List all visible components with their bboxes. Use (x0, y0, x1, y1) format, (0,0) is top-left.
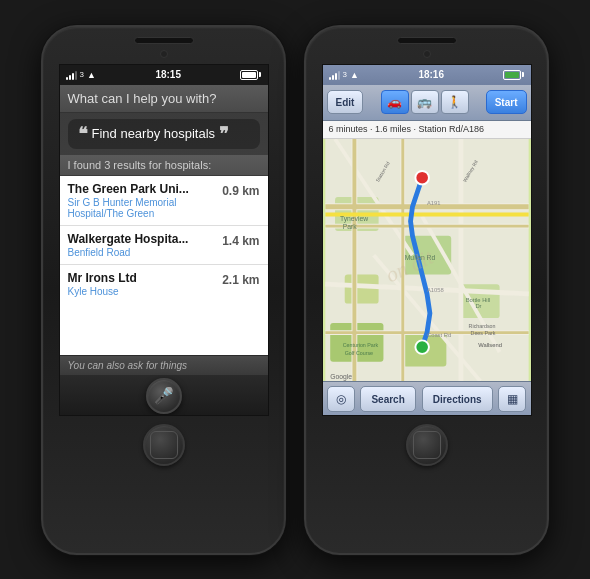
network-label: 3 (80, 70, 84, 79)
svg-text:Wallsend: Wallsend (478, 342, 502, 348)
siri-content: What can I help you with? ❝ Find nearby … (60, 85, 268, 416)
maps-bottom-bar: ◎ Search Directions ▦ (323, 381, 531, 416)
svg-text:Richardson: Richardson (468, 322, 495, 328)
time-display-maps: 18:16 (418, 69, 444, 80)
svg-text:A1058: A1058 (427, 286, 444, 292)
close-quote: ❞ (219, 125, 229, 143)
hospital-item-2[interactable]: Walkergate Hospita... Benfield Road 1.4 … (60, 226, 268, 265)
svg-text:Bottle Hill: Bottle Hill (465, 296, 489, 302)
maps-screen-container: 3 ▲ 18:16 Edit 🚗 🚌 (322, 64, 532, 416)
map-options-icon: ▦ (507, 392, 518, 406)
battery-icon (240, 70, 261, 80)
iphone-siri: 3 ▲ 18:15 What can I help you with? ❝ Fi… (41, 25, 286, 555)
front-camera-2 (423, 50, 431, 58)
home-button-maps[interactable] (406, 424, 448, 466)
siri-question-text: What can I help you with? (68, 91, 260, 106)
walk-icon: 🚶 (447, 95, 462, 109)
transport-group: 🚗 🚌 🚶 (367, 90, 481, 114)
time-display: 18:15 (155, 69, 181, 80)
home-button-siri[interactable] (143, 424, 185, 466)
open-quote: ❝ (78, 125, 88, 143)
front-camera (160, 50, 168, 58)
microphone-icon: 🎤 (154, 386, 174, 405)
siri-mic-button[interactable]: 🎤 (146, 378, 182, 414)
signal-area-maps: 3 ▲ (329, 70, 359, 80)
transport-walk-button[interactable]: 🚶 (441, 90, 469, 114)
hospital-name-1: The Green Park Uni... (68, 182, 217, 196)
svg-text:Dr: Dr (475, 303, 481, 309)
transport-car-button[interactable]: 🚗 (381, 90, 409, 114)
hospital-subtitle-2: Benfield Road (68, 247, 189, 258)
iphone-maps: 3 ▲ 18:16 Edit 🚗 🚌 (304, 25, 549, 555)
map-options-button[interactable]: ▦ (498, 386, 526, 412)
wifi-icon: ▲ (87, 70, 96, 80)
svg-text:Golf Course: Golf Course (344, 349, 372, 355)
start-button[interactable]: Start (486, 90, 527, 114)
siri-footer: You can also ask for things (60, 355, 268, 375)
maps-content: Edit 🚗 🚌 🚶 Start 6 minutes · 1.6 miles ·… (323, 85, 531, 416)
svg-text:A191: A191 (427, 199, 441, 205)
hospital-distance-2: 1.4 km (222, 234, 259, 248)
siri-question-area: What can I help you with? (60, 85, 268, 113)
locate-button[interactable]: ◎ (327, 386, 355, 412)
route-info-bar: 6 minutes · 1.6 miles · Station Rd/A186 (323, 121, 531, 139)
siri-result-header: I found 3 results for hospitals: (60, 155, 268, 176)
siri-query-text: Find nearby hospitals (92, 126, 216, 141)
map-svg: A191 Station Rd Wallney Rd A1058 Coast R… (323, 139, 531, 381)
hospital-subtitle-3: Kyle House (68, 286, 137, 297)
status-bar-maps: 3 ▲ 18:16 (323, 65, 531, 85)
hospital-list: The Green Park Uni... Sir G B Hunter Mem… (60, 176, 268, 355)
hospital-subtitle-1: Sir G B Hunter Memorial Hospital/The Gre… (68, 197, 217, 219)
signal-bars (66, 70, 77, 80)
siri-query-bubble: ❝ Find nearby hospitals ❞ (68, 119, 260, 149)
home-button-inner (150, 431, 178, 459)
hospital-distance-3: 2.1 km (222, 273, 259, 287)
speaker-grille (134, 37, 194, 44)
locate-icon: ◎ (336, 392, 346, 406)
home-button-inner-maps (413, 431, 441, 459)
svg-text:Coast Rd: Coast Rd (427, 332, 451, 338)
search-button[interactable]: Search (360, 386, 415, 412)
signal-bars-maps (329, 70, 340, 80)
network-label-maps: 3 (343, 70, 347, 79)
car-icon: 🚗 (387, 95, 402, 109)
svg-text:Centurion Park: Centurion Park (342, 342, 378, 348)
maps-toolbar: Edit 🚗 🚌 🚶 Start (323, 85, 531, 121)
siri-mic-bar: 🎤 (60, 375, 268, 416)
wifi-icon-maps: ▲ (350, 70, 359, 80)
status-bar-siri: 3 ▲ 18:15 (60, 65, 268, 85)
siri-screen-container: 3 ▲ 18:15 What can I help you with? ❝ Fi… (59, 64, 269, 416)
svg-rect-4 (344, 274, 378, 303)
edit-button[interactable]: Edit (327, 90, 364, 114)
hospital-name-2: Walkergate Hospita... (68, 232, 189, 246)
hospital-name-3: Mr Irons Ltd (68, 271, 137, 285)
iphone-top-2 (306, 37, 547, 58)
svg-text:Google: Google (330, 373, 352, 381)
svg-text:Dees Park: Dees Park (470, 329, 495, 335)
hospital-item-3[interactable]: Mr Irons Ltd Kyle House 2.1 km (60, 265, 268, 303)
svg-point-24 (415, 170, 429, 184)
svg-point-23 (415, 340, 429, 354)
map-area[interactable]: A191 Station Rd Wallney Rd A1058 Coast R… (323, 139, 531, 381)
directions-button[interactable]: Directions (422, 386, 493, 412)
battery-icon-maps (503, 70, 524, 80)
hospital-item-1[interactable]: The Green Park Uni... Sir G B Hunter Mem… (60, 176, 268, 226)
speaker-grille-2 (397, 37, 457, 44)
hospital-distance-1: 0.9 km (222, 184, 259, 198)
iphone-top (43, 37, 284, 58)
bus-icon: 🚌 (417, 95, 432, 109)
transport-bus-button[interactable]: 🚌 (411, 90, 439, 114)
signal-area: 3 ▲ (66, 70, 96, 80)
svg-text:Park: Park (342, 223, 357, 230)
